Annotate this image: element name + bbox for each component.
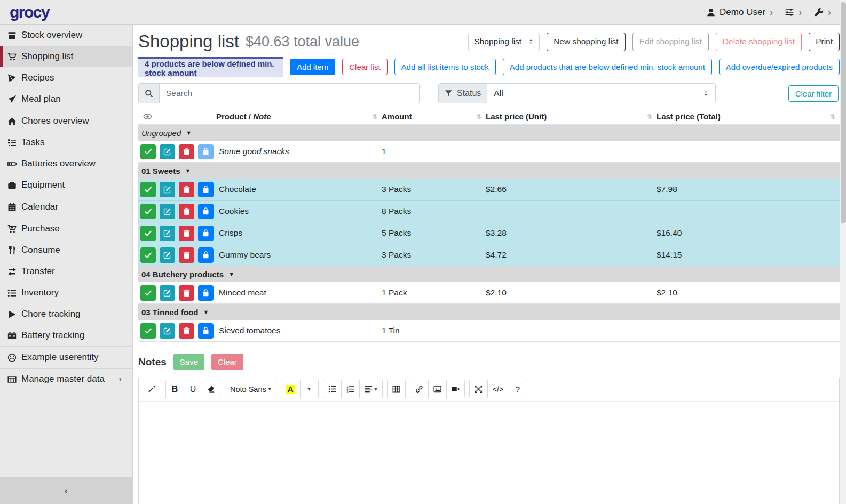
delete-item-button[interactable] [179, 144, 194, 159]
search-input[interactable] [160, 84, 419, 103]
app-logo[interactable]: grocy [10, 3, 132, 21]
edit-item-button[interactable] [160, 247, 175, 263]
ordered-list-button[interactable] [341, 380, 360, 398]
bold-button[interactable]: B [165, 380, 184, 398]
notes-textarea[interactable] [139, 402, 839, 504]
sidebar-item-shopping-list[interactable]: Shopping list [0, 46, 132, 67]
add-to-stock-button[interactable] [198, 226, 214, 241]
sort-icon[interactable]: ⇅ [476, 113, 481, 121]
complete-item-button[interactable] [140, 144, 156, 159]
scrollbar-thumb[interactable] [841, 2, 846, 223]
add-to-stock-button[interactable] [198, 204, 214, 219]
insert-video-button[interactable] [446, 380, 465, 398]
sidebar-item-chores-overview[interactable]: Chores overview [0, 110, 132, 132]
sidebar-item-equipment[interactable]: Equipment [0, 174, 132, 196]
add-to-stock-button[interactable] [198, 285, 214, 301]
edit-item-button[interactable] [160, 144, 175, 159]
new-shopping-list-button[interactable]: New shopping list [547, 33, 625, 51]
edit-item-button[interactable] [160, 323, 175, 339]
add-to-stock-button[interactable] [198, 247, 214, 263]
user-menu[interactable]: Demo User › [706, 7, 773, 18]
status-select[interactable]: All [487, 84, 715, 103]
magic-style-button[interactable] [143, 380, 161, 398]
shopping-list-select[interactable]: Shopping list [468, 33, 540, 51]
group-header-butchery[interactable]: 04 Butchery products▼ [138, 266, 840, 282]
amount-column-header[interactable]: Amount⇅ [382, 112, 486, 121]
add-to-stock-button[interactable] [198, 182, 214, 197]
sidebar-item-manage-master-data[interactable]: Manage master data› [0, 369, 132, 390]
add-overdue-button[interactable]: Add overdue/expired products [719, 59, 840, 75]
admin-menu[interactable]: › [814, 7, 831, 17]
insert-table-button[interactable] [387, 380, 406, 398]
delete-item-button[interactable] [179, 182, 194, 197]
price-unit-column-header[interactable]: Last price (Unit)⇅ [486, 112, 657, 121]
clear-filter-button[interactable]: Clear filter [788, 85, 839, 102]
complete-item-button[interactable] [140, 204, 156, 219]
clear-formatting-button[interactable] [202, 380, 220, 398]
add-below-min-stock-button[interactable]: Add products that are below defined min.… [503, 59, 712, 75]
row-actions [138, 247, 216, 263]
sidebar-item-meal-plan[interactable]: Meal plan [0, 89, 132, 110]
delete-item-button[interactable] [179, 247, 194, 263]
print-button[interactable]: Print [809, 33, 840, 51]
sidebar-item-battery-tracking[interactable]: Battery tracking [0, 325, 132, 346]
add-all-to-stock-button[interactable]: Add all list items to stock [394, 59, 496, 75]
sidebar-item-calendar[interactable]: Calendar [0, 196, 132, 218]
clear-list-button[interactable]: Clear list [342, 59, 387, 75]
sidebar-item-stock-overview[interactable]: Stock overview [0, 25, 132, 46]
sidebar-item-purchase[interactable]: Purchase [0, 218, 132, 239]
complete-item-button[interactable] [140, 323, 156, 339]
insert-link-button[interactable] [410, 380, 429, 398]
group-header-sweets[interactable]: 01 Sweets▼ [138, 163, 840, 179]
font-color-dropdown-button[interactable]: ▾ [300, 380, 319, 398]
complete-item-button[interactable] [140, 247, 156, 263]
edit-shopping-list-button[interactable]: Edit shopping list [632, 33, 709, 51]
edit-item-button[interactable] [160, 285, 175, 301]
insert-image-button[interactable] [428, 380, 447, 398]
delete-item-button[interactable] [179, 204, 194, 219]
paragraph-align-button[interactable]: ▾ [359, 380, 383, 398]
sidebar-item-chore-tracking[interactable]: Chore tracking [0, 303, 132, 325]
edit-item-button[interactable] [160, 226, 175, 241]
group-header-tinned-food[interactable]: 03 Tinned food▼ [138, 304, 840, 320]
add-item-button[interactable]: Add item [290, 59, 335, 75]
notes-clear-button[interactable]: Clear [211, 354, 243, 370]
sidebar-item-consume[interactable]: Consume [0, 239, 132, 261]
delete-shopping-list-button[interactable]: Delete shopping list [716, 33, 802, 51]
sort-icon[interactable]: ⇅ [372, 113, 377, 121]
code-view-button[interactable]: </> [487, 380, 509, 398]
sort-icon[interactable]: ⇅ [647, 113, 652, 121]
sidebar-item-inventory[interactable]: Inventory [0, 282, 132, 303]
sidebar-item-batteries-overview[interactable]: Batteries overview [0, 153, 132, 174]
min-stock-alert[interactable]: 4 products are below defined min. stock … [138, 57, 283, 77]
delete-item-button[interactable] [179, 285, 194, 301]
complete-item-button[interactable] [140, 182, 156, 197]
add-to-stock-button[interactable] [198, 323, 214, 339]
vertical-scrollbar[interactable] [840, 0, 846, 504]
complete-item-button[interactable] [140, 285, 156, 301]
product-column-header[interactable]: Product / Note ⇅ [216, 112, 382, 121]
sidebar-collapse-button[interactable]: ‹ [0, 477, 132, 504]
help-button[interactable]: ? [509, 380, 527, 398]
underline-button[interactable]: U [184, 380, 202, 398]
settings-menu[interactable]: › [785, 7, 802, 17]
unordered-list-button[interactable] [323, 380, 342, 398]
sidebar-item-transfer[interactable]: Transfer [0, 261, 132, 282]
add-to-stock-button[interactable] [198, 144, 214, 159]
fullscreen-button[interactable] [469, 380, 488, 398]
visibility-column-header[interactable] [138, 112, 216, 121]
complete-item-button[interactable] [140, 226, 156, 241]
edit-item-button[interactable] [160, 204, 175, 219]
notes-save-button[interactable]: Save [173, 354, 204, 370]
sidebar-item-recipes[interactable]: Recipes [0, 67, 132, 89]
sort-icon[interactable]: ⇅ [830, 113, 835, 121]
font-family-button[interactable]: Noto Sans▾ [225, 380, 276, 398]
sidebar-item-tasks[interactable]: Tasks [0, 132, 132, 153]
sidebar-item-example-userentity[interactable]: Example userentity [0, 347, 132, 368]
edit-item-button[interactable] [160, 182, 175, 197]
price-total-column-header[interactable]: Last price (Total)⇅ [657, 112, 840, 121]
font-color-button[interactable]: A [281, 380, 301, 398]
group-header-ungrouped[interactable]: Ungrouped▼ [138, 125, 840, 141]
delete-item-button[interactable] [179, 323, 194, 339]
delete-item-button[interactable] [179, 226, 194, 241]
